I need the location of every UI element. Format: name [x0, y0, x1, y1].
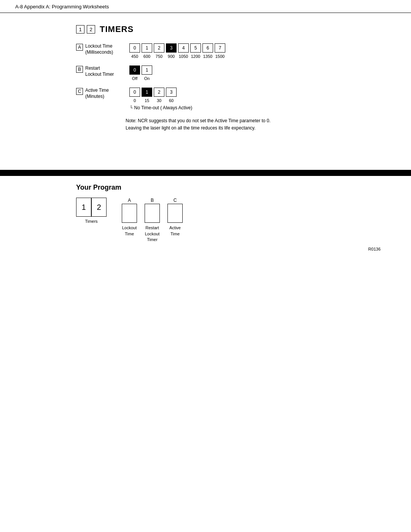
program-col-c: C ActiveTime [167, 198, 183, 243]
program-col-box-a[interactable] [122, 204, 137, 223]
label-c-15: 15 [142, 98, 152, 103]
param-letter-a: A [76, 44, 83, 51]
program-col-letter-b: B [151, 198, 154, 203]
main-content: 1 2 TIMERS A Lockout Time(Milliseconds) … [0, 13, 411, 147]
option-a-2[interactable]: 2 [154, 43, 164, 53]
program-timers-label: Timers [85, 219, 97, 224]
option-a-0[interactable]: 0 [129, 43, 140, 53]
program-col-b: B RestartLockoutTimer [145, 198, 160, 243]
param-row-b: B RestartLockout Timer 0 1 Off On [76, 66, 396, 81]
header-text: A-8 Appendix A: Programming Worksheets [15, 4, 109, 10]
program-col-a: A LockoutTime [122, 198, 137, 243]
ref-number: R0136 [76, 247, 396, 251]
program-col-box-c[interactable] [167, 204, 183, 223]
program-digit-row: 1 2 [76, 198, 107, 217]
param-row-c: C Active Time(Minutes) 0 1 2 3 0 15 30 6… [76, 88, 396, 110]
option-boxes-a: 0 1 2 3 4 5 6 7 [129, 43, 225, 53]
label-a-450: 450 [129, 54, 140, 59]
note-text: Note: NCR suggests that you do not set t… [126, 117, 285, 132]
label-a-750: 750 [154, 54, 164, 59]
label-a-900: 900 [166, 54, 177, 59]
option-c-3[interactable]: 3 [166, 88, 177, 97]
label-a-600: 600 [142, 54, 152, 59]
label-a-1500: 1500 [215, 54, 225, 59]
param-label-b: B RestartLockout Timer [76, 66, 126, 77]
bottom-spacer [0, 267, 411, 419]
no-timeout-text: No Time-out ( Always Active) [134, 105, 193, 110]
section-digit1: 1 [76, 25, 84, 34]
param-label-text-a: Lockout Time(Milliseconds) [85, 43, 113, 55]
label-b-on: On [142, 76, 152, 81]
param-label-text-b: RestartLockout Timer [85, 66, 114, 77]
option-a-4[interactable]: 4 [178, 43, 189, 53]
program-col-box-b[interactable] [145, 204, 160, 223]
program-digit-boxes: 1 2 Timers [76, 198, 107, 224]
label-b-off: Off [129, 76, 140, 81]
param-label-text-c: Active Time(Minutes) [85, 88, 109, 99]
option-a-6[interactable]: 6 [202, 43, 213, 53]
program-columns: A LockoutTime B RestartLockoutTimer C Ac… [122, 198, 183, 243]
option-a-3-selected[interactable]: 3 [166, 43, 177, 53]
label-a-1200: 1200 [190, 54, 201, 59]
param-label-c: C Active Time(Minutes) [76, 88, 126, 99]
param-label-a: A Lockout Time(Milliseconds) [76, 43, 126, 55]
param-options-c: 0 1 2 3 0 15 30 60 └ No Time-out ( Alway… [129, 88, 192, 110]
your-program-section: Your Program 1 2 Timers A LockoutTime [0, 176, 411, 266]
option-labels-c: 0 15 30 60 [129, 98, 192, 103]
option-labels-a: 450 600 750 900 1050 1200 1350 1500 [129, 54, 225, 59]
your-program-title: Your Program [76, 184, 396, 192]
divider-bar [0, 170, 411, 176]
option-a-7[interactable]: 7 [215, 43, 225, 53]
option-b-0-selected[interactable]: 0 [129, 66, 140, 75]
option-boxes-c: 0 1 2 3 [129, 88, 192, 97]
label-c-30: 30 [154, 98, 164, 103]
param-letter-b: B [76, 66, 83, 73]
program-col-label-b: RestartLockoutTimer [145, 225, 160, 243]
option-a-1[interactable]: 1 [142, 43, 152, 53]
section-title-row: 1 2 TIMERS [76, 24, 396, 34]
label-c-60: 60 [166, 98, 177, 103]
param-options-a: 0 1 2 3 4 5 6 7 450 600 750 900 1050 120… [129, 43, 225, 59]
program-digit-box-1[interactable]: 1 [76, 198, 91, 217]
program-col-label-c: ActiveTime [169, 225, 181, 237]
no-timeout-row: └ No Time-out ( Always Active) [129, 105, 192, 110]
program-col-letter-a: A [128, 198, 131, 203]
page-header: A-8 Appendix A: Programming Worksheets [0, 0, 411, 13]
option-b-1[interactable]: 1 [142, 66, 152, 75]
option-c-1-selected[interactable]: 1 [142, 88, 152, 97]
corner-bracket-icon: └ [129, 105, 133, 110]
program-col-label-a: LockoutTime [122, 225, 137, 237]
param-letter-c: C [76, 88, 83, 95]
label-c-0: 0 [129, 98, 140, 103]
param-options-b: 0 1 Off On [129, 66, 152, 81]
section-digit2: 2 [87, 25, 95, 34]
option-a-5[interactable]: 5 [190, 43, 201, 53]
label-a-1350: 1350 [202, 54, 213, 59]
section-title: TIMERS [100, 24, 134, 34]
program-digit-box-2[interactable]: 2 [91, 198, 107, 217]
program-grid: 1 2 Timers A LockoutTime B RestartLockou… [76, 198, 396, 243]
option-labels-b: Off On [129, 76, 152, 81]
option-boxes-b: 0 1 [129, 66, 152, 75]
label-a-1050: 1050 [178, 54, 189, 59]
option-c-0[interactable]: 0 [129, 88, 140, 97]
param-row-a: A Lockout Time(Milliseconds) 0 1 2 3 4 5… [76, 43, 396, 59]
option-c-2[interactable]: 2 [154, 88, 164, 97]
program-col-letter-c: C [174, 198, 177, 203]
